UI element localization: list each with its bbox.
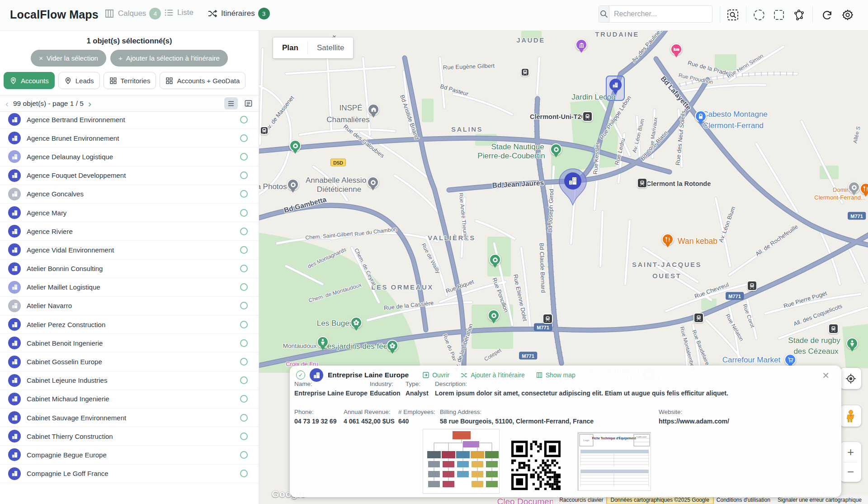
settings-gear-icon[interactable] <box>840 7 855 23</box>
school-pin[interactable] <box>368 104 379 115</box>
select-radio[interactable] <box>240 265 248 272</box>
list-view-toggle[interactable] <box>224 97 238 109</box>
list-item[interactable]: Agence Delaunay Logistique <box>0 147 259 166</box>
garden-pin[interactable] <box>317 336 329 348</box>
stadium-pin[interactable] <box>846 338 858 349</box>
tab-accounts-geodata[interactable]: Accounts + GeoData <box>160 72 245 89</box>
select-radio[interactable] <box>240 451 248 459</box>
pegman-button[interactable] <box>840 405 861 427</box>
list-item[interactable]: Cabinet Sauvage Environnement <box>0 409 259 427</box>
restaurant-pin[interactable] <box>860 183 868 195</box>
green-dot-pin[interactable] <box>550 143 562 155</box>
select-radio[interactable] <box>240 190 248 198</box>
tab-leads[interactable]: Leads <box>58 72 100 89</box>
select-radio[interactable] <box>240 414 248 422</box>
list-item[interactable]: Compagnie Begue Europe <box>0 446 259 464</box>
nav-itineraires[interactable]: Itinéraires 3 <box>207 8 270 19</box>
shop-pin[interactable] <box>695 110 707 122</box>
select-radio[interactable] <box>240 302 248 309</box>
supermarket-pin[interactable] <box>784 354 796 366</box>
select-radio[interactable] <box>240 116 248 124</box>
search-input[interactable] <box>609 6 712 22</box>
select-radio[interactable] <box>240 433 248 440</box>
tram-station[interactable] <box>828 323 839 334</box>
list-item[interactable]: Cabinet Michaud Ingenierie <box>0 390 259 409</box>
prev-page-chevron[interactable]: ‹ <box>4 99 10 108</box>
list-item[interactable]: Cabinet Thierry Construction <box>0 427 259 446</box>
select-radio[interactable] <box>240 134 248 142</box>
draw-circle-icon[interactable] <box>751 7 767 23</box>
close-icon[interactable]: ✕ <box>822 370 830 381</box>
list-item[interactable]: Agence Mary <box>0 204 259 222</box>
list-item[interactable]: Atelier Maillet Logistique <box>0 278 259 297</box>
draw-polygon-icon[interactable] <box>791 7 807 23</box>
select-radio[interactable] <box>240 283 248 291</box>
select-radio[interactable] <box>240 209 248 217</box>
zoom-out-button[interactable]: − <box>840 462 861 482</box>
list-item[interactable]: Agence Riviere <box>0 222 259 241</box>
list-item[interactable]: Cabinet Gosselin Europe <box>0 352 259 371</box>
card-view-toggle[interactable] <box>241 97 255 109</box>
tram-station[interactable] <box>542 314 553 324</box>
clear-selection-button[interactable]: × Vider la sélection <box>31 50 106 67</box>
list-item[interactable]: Agence Goncalves <box>0 185 259 204</box>
park-pin[interactable] <box>387 340 398 352</box>
draw-rectangle-icon[interactable] <box>771 7 787 23</box>
photo-poi-pin[interactable] <box>287 179 299 190</box>
list-item[interactable]: Agence Vidal Environnement <box>0 241 259 259</box>
open-account-link[interactable]: Ouvrir <box>422 371 449 379</box>
tram-station[interactable] <box>693 313 704 323</box>
plan-button[interactable]: Plan <box>273 38 307 58</box>
green-dot-pin[interactable] <box>488 309 500 321</box>
tram-station[interactable] <box>260 126 269 135</box>
zoom-in-button[interactable]: + <box>840 442 861 462</box>
search-area-icon[interactable] <box>725 7 741 23</box>
green-dot-pin[interactable] <box>289 140 301 152</box>
dietician-poi-pin[interactable] <box>367 176 379 188</box>
tech-sheet-thumbnail[interactable]: Logo Fiche Technique d'Équipement Codifi… <box>577 432 651 491</box>
tram-station[interactable] <box>637 178 647 188</box>
green-dot-pin[interactable] <box>489 254 501 266</box>
select-radio[interactable] <box>240 228 248 235</box>
select-radio[interactable] <box>240 153 248 161</box>
list-item[interactable]: Atelier Perez Construction <box>0 315 259 334</box>
org-chart-thumbnail[interactable] <box>423 429 500 494</box>
select-radio[interactable] <box>240 321 248 328</box>
select-radio[interactable] <box>240 246 248 254</box>
list-item[interactable]: Cabinet Lejeune Industries <box>0 371 259 390</box>
list-item[interactable]: Cabinet Benoit Ingenierie <box>0 334 259 352</box>
museum-pin[interactable] <box>576 39 587 51</box>
select-radio[interactable] <box>240 171 248 179</box>
park-pin[interactable] <box>350 317 362 328</box>
refresh-icon[interactable] <box>819 7 835 23</box>
my-location-button[interactable] <box>840 368 861 389</box>
tram-station[interactable] <box>747 281 757 291</box>
show-map-link[interactable]: Show map <box>536 371 576 379</box>
selected-account-marker[interactable] <box>556 166 590 210</box>
hotel-pin[interactable] <box>670 43 682 55</box>
select-radio[interactable] <box>240 339 248 347</box>
list-item[interactable]: Agence Bertrand Environnement <box>0 110 259 129</box>
select-radio[interactable] <box>240 376 248 384</box>
satellite-button[interactable]: Satellite <box>308 38 353 58</box>
tram-station[interactable] <box>582 111 593 122</box>
selected-check-icon[interactable]: ✓ <box>296 371 305 380</box>
list-item[interactable]: Agence Fouquet Developpement <box>0 166 259 185</box>
select-radio[interactable] <box>240 395 248 403</box>
add-to-route-link[interactable]: Ajouter à l'itinéraire <box>460 371 524 379</box>
highlighted-account-marker[interactable] <box>606 76 625 101</box>
list-item[interactable]: Atelier Navarro <box>0 297 259 315</box>
list-item[interactable]: Atelier Bonnin Consulting <box>0 260 259 278</box>
restaurant-pin[interactable] <box>662 233 674 245</box>
list-item[interactable]: Agence Brunet Environnement <box>0 129 259 147</box>
select-radio[interactable] <box>240 358 248 366</box>
qr-code-thumbnail[interactable] <box>511 440 561 494</box>
next-page-chevron[interactable]: › <box>86 99 93 108</box>
list-item[interactable]: Compagnie Le Goff France <box>0 465 259 483</box>
select-radio[interactable] <box>240 470 248 477</box>
search-icon[interactable] <box>599 6 609 22</box>
nav-liste[interactable]: Liste <box>164 8 193 18</box>
add-selection-to-route-button[interactable]: + Ajouter la sélection à l'itinéraire <box>110 50 228 67</box>
tab-accounts[interactable]: Accounts <box>4 72 55 89</box>
gray-poi-pin[interactable] <box>848 181 860 193</box>
